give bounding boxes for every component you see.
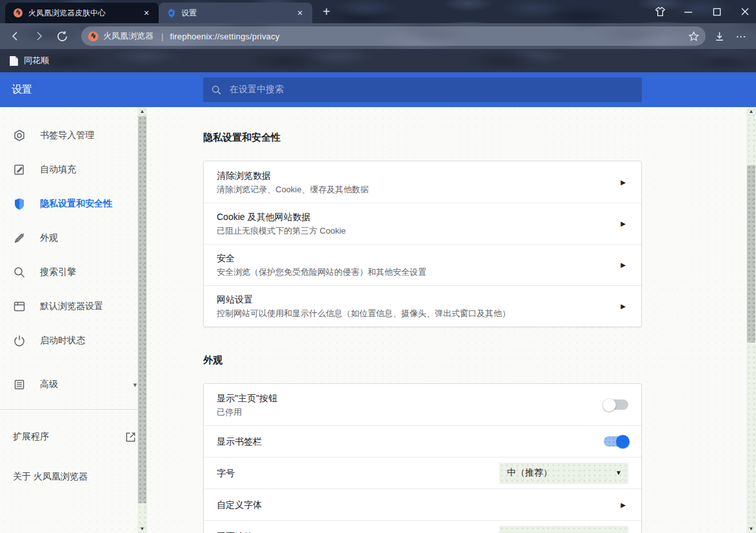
- tab-close-icon[interactable]: ×: [294, 7, 306, 19]
- search-placeholder: 在设置中搜索: [230, 84, 284, 96]
- row-security[interactable]: 安全 安全浏览（保护您免受危险网站的侵害）和其他安全设置 ▶: [204, 244, 641, 285]
- sidebar-item-privacy[interactable]: 隐私设置和安全性: [0, 191, 147, 217]
- sidebar-item-label: 自动填充: [40, 164, 137, 176]
- privacy-shield-icon: [13, 197, 26, 210]
- row-font-size[interactable]: 字号 中（推荐） ▼: [204, 457, 641, 488]
- row-title: 安全: [217, 252, 621, 265]
- forward-button[interactable]: [30, 27, 48, 45]
- sidebar-item-appearance[interactable]: 外观: [0, 225, 147, 251]
- back-button[interactable]: [6, 27, 25, 45]
- chevron-right-icon: ▶: [621, 179, 626, 186]
- advanced-icon: [13, 378, 26, 391]
- menu-dots-icon[interactable]: ⋯: [733, 28, 750, 45]
- row-subtitle: 控制网站可以使用和显示什么信息（如位置信息、摄像头、弹出式窗口及其他）: [217, 307, 621, 319]
- sidebar-item-label: 书签导入管理: [40, 130, 137, 141]
- settings-header: 设置 在设置中搜索: [0, 72, 756, 107]
- external-link-icon: [124, 430, 137, 443]
- row-title: 显示"主页"按钮: [217, 392, 604, 405]
- bookmark-star-icon[interactable]: [685, 28, 702, 45]
- reload-button[interactable]: [53, 27, 71, 45]
- sidebar-item-label: 默认浏览器设置: [40, 301, 137, 312]
- page-scrollbar[interactable]: ▲ ▼: [746, 107, 756, 533]
- page-zoom-select[interactable]: 100% ▼: [499, 526, 628, 533]
- search-engine-icon: [13, 266, 26, 279]
- sidebar-item-search-engine[interactable]: 搜索引擎: [0, 259, 147, 285]
- row-show-home-button[interactable]: 显示"主页"按钮 已停用: [204, 384, 641, 425]
- row-title: Cookie 及其他网站数据: [217, 210, 621, 223]
- row-subtitle: 安全浏览（保护您免受危险网站的侵害）和其他安全设置: [217, 266, 621, 278]
- window-controls: [654, 0, 751, 23]
- row-page-zoom[interactable]: 网页缩放 100% ▼: [204, 520, 641, 533]
- sidebar-item-autofill[interactable]: 自动填充: [0, 157, 147, 183]
- row-cookies[interactable]: Cookie 及其他网站数据 已阻止无痕模式下的第三方 Cookie ▶: [204, 203, 641, 244]
- sidebar-item-about[interactable]: 关于 火凤凰浏览器: [0, 464, 147, 490]
- skin-button[interactable]: [654, 6, 666, 17]
- scroll-up-icon[interactable]: ▲: [746, 107, 756, 116]
- page-icon: [9, 55, 19, 66]
- row-title: 显示书签栏: [217, 435, 604, 448]
- sidebar-item-startup[interactable]: 启动时状态: [0, 328, 147, 354]
- scrollbar-thumb[interactable]: [138, 116, 146, 503]
- row-customize-fonts[interactable]: 自定义字体 ▶: [204, 488, 641, 520]
- home-button-toggle[interactable]: [604, 399, 628, 410]
- maximize-button[interactable]: [711, 6, 722, 17]
- search-icon: [211, 85, 222, 96]
- scroll-down-icon[interactable]: ▼: [746, 525, 756, 533]
- sidebar-item-label: 隐私设置和安全性: [40, 198, 137, 210]
- url-text[interactable]: firephoenix://settings/privacy: [170, 32, 685, 41]
- sidebar-item-label: 搜索引擎: [40, 266, 137, 278]
- scroll-down-icon[interactable]: ▼: [137, 525, 147, 533]
- tab-title: 火凤凰浏览器皮肤中心: [28, 8, 141, 19]
- row-title: 网页缩放: [217, 530, 499, 533]
- tab-skin-center[interactable]: 火凤凰浏览器皮肤中心 ×: [5, 3, 159, 23]
- chevron-down-icon: ▾: [133, 381, 137, 389]
- section-title-privacy: 隐私设置和安全性: [203, 132, 756, 144]
- row-title: 清除浏览数据: [217, 169, 621, 182]
- row-site-settings[interactable]: 网站设置 控制网站可以使用和显示什么信息（如位置信息、摄像头、弹出式窗口及其他）…: [204, 285, 641, 327]
- select-value: 100%: [507, 531, 615, 533]
- sidebar-item-bookmark-import[interactable]: 书签导入管理: [0, 123, 147, 148]
- settings-search-box[interactable]: 在设置中搜索: [203, 77, 642, 102]
- sidebar-item-label: 高级: [40, 379, 119, 390]
- phoenix-icon: [88, 31, 99, 42]
- appearance-card: 显示"主页"按钮 已停用 显示书签栏 字号 中（推荐） ▼: [203, 383, 642, 533]
- row-clear-browsing-data[interactable]: 清除浏览数据 清除浏览记录、Cookie、缓存及其他数据 ▶: [204, 161, 641, 203]
- appearance-icon: [13, 232, 26, 245]
- settings-title: 设置: [12, 83, 32, 97]
- tab-close-icon[interactable]: ×: [141, 7, 152, 19]
- tab-settings[interactable]: 设置 ×: [159, 3, 312, 23]
- close-window-button[interactable]: [739, 6, 751, 17]
- sidebar-item-advanced[interactable]: 高级 ▾: [0, 372, 147, 397]
- toggle-knob: [616, 435, 630, 448]
- scrollbar-thumb[interactable]: [747, 165, 755, 343]
- row-show-bookmarks-bar[interactable]: 显示书签栏: [204, 425, 641, 457]
- address-bar[interactable]: 火凤凰浏览器 | firephoenix://settings/privacy: [81, 26, 706, 46]
- font-size-select[interactable]: 中（推荐） ▼: [499, 463, 628, 484]
- sidebar-item-extensions[interactable]: 扩展程序: [0, 424, 147, 450]
- sidebar-item-label: 外观: [40, 232, 137, 244]
- settings-page: 书签导入管理 自动填充 隐私设置和安全性 外观 搜索引擎: [0, 107, 756, 533]
- sidebar-divider: [0, 409, 147, 410]
- new-tab-button[interactable]: +: [319, 5, 334, 19]
- row-subtitle: 已停用: [217, 406, 604, 418]
- omnibox-separator: |: [161, 32, 163, 41]
- chevron-right-icon: ▶: [621, 303, 626, 310]
- tab-title: 设置: [181, 8, 294, 19]
- titlebar: 火凤凰浏览器皮肤中心 × 设置 × +: [0, 0, 756, 23]
- power-icon: [13, 334, 26, 347]
- bookmark-import-icon: [13, 129, 26, 142]
- sidebar-item-label: 扩展程序: [0, 431, 110, 443]
- minimize-button[interactable]: [682, 6, 694, 17]
- brand-badge: 火凤凰浏览器: [88, 30, 154, 42]
- bookmarks-bar-toggle[interactable]: [604, 436, 628, 447]
- chevron-right-icon: ▶: [621, 261, 626, 268]
- chevron-right-icon: ▶: [621, 220, 626, 227]
- downloads-icon[interactable]: [711, 28, 728, 45]
- autofill-icon: [13, 163, 26, 176]
- bookmark-item[interactable]: 同花顺: [24, 55, 49, 66]
- sidebar-scrollbar[interactable]: ▲ ▼: [137, 107, 147, 533]
- scroll-up-icon[interactable]: ▲: [137, 107, 147, 116]
- sidebar-item-default-browser[interactable]: 默认浏览器设置: [0, 294, 147, 319]
- sidebar-item-label: 启动时状态: [40, 335, 137, 347]
- brand-label: 火凤凰浏览器: [103, 30, 154, 42]
